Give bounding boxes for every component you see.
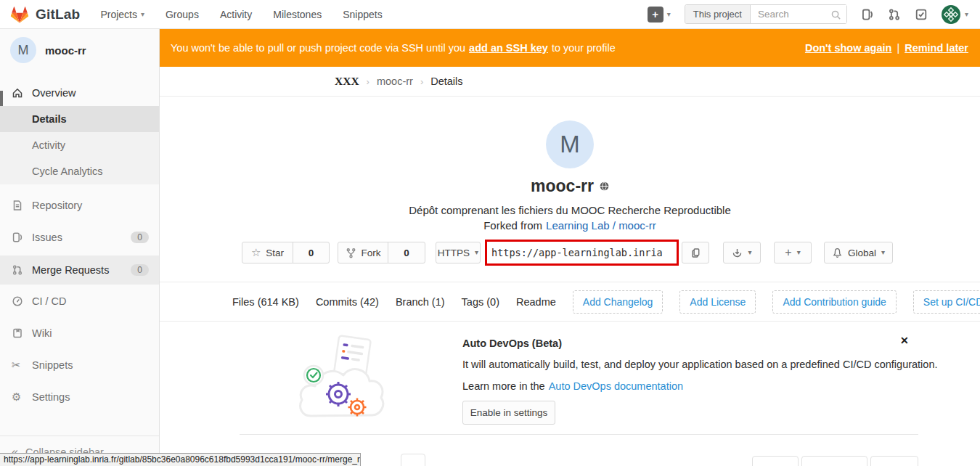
sidebar-item-wiki[interactable]: Wiki: [0, 319, 159, 348]
sidebar-item-details[interactable]: Details: [0, 106, 159, 132]
sidebar-item-activity[interactable]: Activity: [0, 132, 159, 158]
add-contribution-guide-button[interactable]: Add Contribution guide: [772, 290, 896, 314]
clone-url-input[interactable]: [487, 247, 677, 258]
breadcrumb-project[interactable]: mooc-rr: [377, 75, 413, 87]
sidebar-item-repository[interactable]: Repository: [0, 191, 159, 220]
sidebar-item-cycle-analytics[interactable]: Cycle Analytics: [0, 158, 159, 184]
project-action-bar: ☆ Star 0 Fork 0 HTTPS ▾: [160, 242, 980, 263]
project-avatar-small: M: [10, 37, 36, 63]
project-stats-bar: Files (614 KB) Commits (42) Branch (1) T…: [160, 282, 980, 322]
sidebar-item-settings[interactable]: ⚙ Settings: [0, 383, 159, 412]
chevron-down-icon: ▾: [748, 249, 751, 256]
search-scope-label: This project: [685, 5, 751, 23]
menu-milestones[interactable]: Milestones: [273, 9, 322, 20]
add-license-button[interactable]: Add License: [679, 290, 756, 314]
add-changelog-button[interactable]: Add Changelog: [573, 290, 663, 314]
sidebar-item-snippets[interactable]: ✂ Snippets: [0, 351, 159, 380]
gauge-icon: [12, 295, 23, 307]
toolbar-button-partial[interactable]: [801, 456, 867, 466]
breadcrumb-group[interactable]: XXX: [335, 75, 359, 88]
toolbar-button-partial[interactable]: [752, 456, 799, 466]
overview-submenu: Details Activity Cycle Analytics: [0, 106, 159, 184]
fork-icon: [346, 248, 356, 258]
enable-in-settings-button[interactable]: Enable in settings: [462, 401, 555, 425]
fork-source-link[interactable]: Learning Lab / mooc-rr: [546, 219, 656, 232]
chevron-down-icon: ▾: [475, 249, 478, 256]
merge-requests-icon[interactable]: [888, 8, 901, 21]
clone-url-highlight: [485, 240, 679, 266]
scissors-icon: ✂: [12, 359, 21, 372]
browser-status-bubble: https://app-learninglab.inria.fr/gitlab/…: [0, 453, 361, 466]
banner-message: You won't be able to pull or push projec…: [171, 42, 616, 54]
document-icon: [12, 200, 23, 211]
merge-requests-icon: [12, 264, 23, 276]
clone-protocol-dropdown[interactable]: HTTPS ▾: [436, 242, 481, 263]
remind-later-link[interactable]: Remind later: [905, 42, 968, 54]
navbar-right: + ▾ This project: [648, 4, 968, 24]
top-navbar: GitLab Projects▾ Groups Activity Milesto…: [0, 0, 980, 29]
setup-ci-cd-button[interactable]: Set up CI/CD: [913, 290, 980, 314]
tab-branches[interactable]: Branch (1): [396, 296, 445, 308]
gitlab-project-page: GitLab Projects▾ Groups Activity Milesto…: [0, 0, 980, 466]
main-menu: Projects▾ Groups Activity Milestones Sni…: [100, 9, 382, 20]
download-icon: [732, 248, 743, 258]
auto-devops-learn-more: Learn more in the Auto DevOps documentat…: [462, 380, 683, 392]
dont-show-again-link[interactable]: Don't show again: [805, 42, 891, 54]
star-count[interactable]: 0: [293, 242, 330, 263]
search-icon: [830, 9, 841, 20]
issues-icon[interactable]: [861, 8, 874, 21]
auto-devops-body: It will automatically build, test, and d…: [462, 359, 938, 370]
page-title: mooc-rr: [531, 176, 594, 196]
add-ssh-key-link[interactable]: add an SSH key: [469, 42, 548, 54]
download-dropdown[interactable]: ▾: [723, 242, 761, 263]
new-menu-button[interactable]: + ▾: [648, 7, 671, 23]
tab-readme[interactable]: Readme: [516, 296, 556, 308]
tab-files[interactable]: Files (614 KB): [232, 296, 299, 308]
divider: [240, 434, 918, 435]
main-content: M mooc-rr Dépôt comprenant les fichiers …: [160, 97, 980, 466]
sidebar-item-ci-cd[interactable]: CI / CD: [0, 287, 159, 316]
auto-devops-title: Auto DevOps (Beta): [462, 338, 562, 349]
clipboard-icon: [690, 248, 701, 258]
brand-wordmark: GitLab: [36, 7, 80, 23]
todos-icon[interactable]: [915, 8, 928, 21]
menu-activity[interactable]: Activity: [220, 9, 252, 20]
tanuki-icon: [10, 5, 29, 23]
star-button[interactable]: ☆ Star: [242, 242, 293, 263]
copy-url-button[interactable]: [682, 242, 709, 263]
merge-requests-count-badge: 0: [131, 264, 149, 276]
ssh-warning-banner: You won't be able to pull or push projec…: [160, 29, 980, 67]
chevron-down-icon: ▾: [141, 11, 144, 18]
project-sidebar: M mooc-rr Overview Details Activity Cycl…: [0, 29, 160, 466]
sidebar-project-header[interactable]: M mooc-rr: [0, 29, 159, 71]
auto-devops-doc-link[interactable]: Auto DevOps documentation: [549, 380, 683, 392]
menu-groups[interactable]: Groups: [166, 9, 199, 20]
fork-count[interactable]: 0: [388, 242, 425, 263]
banner-text-after: to your profile: [552, 42, 616, 54]
issues-count-badge: 0: [131, 232, 149, 243]
sidebar-project-name: mooc-rr: [45, 44, 86, 57]
star-icon: ☆: [251, 246, 261, 259]
gitlab-logo[interactable]: GitLab: [10, 5, 80, 23]
sidebar-item-merge-requests[interactable]: Merge Requests 0: [0, 256, 159, 285]
notification-dropdown[interactable]: Global ▾: [824, 242, 893, 263]
toolbar-button-partial[interactable]: [870, 456, 918, 466]
search-control: This project: [685, 4, 847, 24]
public-globe-icon: [600, 181, 609, 191]
sidebar-item-overview[interactable]: Overview: [0, 80, 159, 106]
banner-separator: |: [897, 42, 899, 54]
branch-selector-partial[interactable]: [401, 454, 425, 466]
user-menu[interactable]: ▾: [942, 5, 968, 24]
project-description: Dépôt comprenant les fichiers du MOOC Re…: [160, 204, 980, 216]
close-icon[interactable]: ✕: [900, 335, 909, 346]
fork-button[interactable]: Fork: [338, 242, 388, 263]
tab-commits[interactable]: Commits (42): [316, 296, 379, 308]
menu-snippets[interactable]: Snippets: [343, 9, 382, 20]
gear-icon: ⚙: [12, 391, 21, 404]
add-file-dropdown[interactable]: + ▾: [774, 242, 812, 263]
menu-projects[interactable]: Projects▾: [100, 9, 144, 20]
chevron-right-icon: ›: [367, 76, 369, 87]
tab-tags[interactable]: Tags (0): [462, 296, 499, 308]
chevron-down-icon: ▾: [965, 11, 968, 18]
sidebar-item-issues[interactable]: Issues 0: [0, 223, 159, 252]
